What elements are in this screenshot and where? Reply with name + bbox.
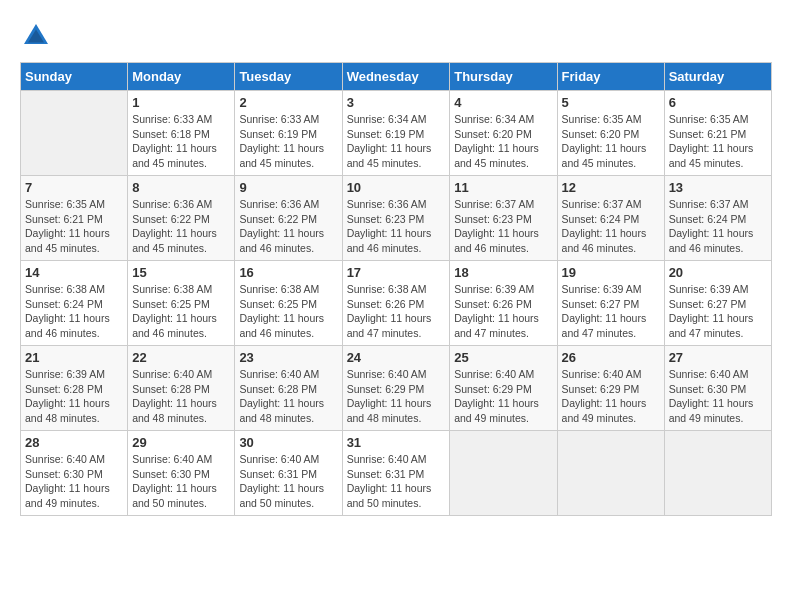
day-info: Sunrise: 6:38 AMSunset: 6:25 PMDaylight:…: [239, 282, 337, 341]
calendar-cell: 21Sunrise: 6:39 AMSunset: 6:28 PMDayligh…: [21, 346, 128, 431]
calendar-cell: 31Sunrise: 6:40 AMSunset: 6:31 PMDayligh…: [342, 431, 450, 516]
calendar-cell: 27Sunrise: 6:40 AMSunset: 6:30 PMDayligh…: [664, 346, 771, 431]
calendar-cell: 5Sunrise: 6:35 AMSunset: 6:20 PMDaylight…: [557, 91, 664, 176]
day-number: 2: [239, 95, 337, 110]
calendar-cell: 2Sunrise: 6:33 AMSunset: 6:19 PMDaylight…: [235, 91, 342, 176]
weekday-header: Sunday: [21, 63, 128, 91]
calendar-cell: 19Sunrise: 6:39 AMSunset: 6:27 PMDayligh…: [557, 261, 664, 346]
calendar-cell: [664, 431, 771, 516]
calendar-week-row: 28Sunrise: 6:40 AMSunset: 6:30 PMDayligh…: [21, 431, 772, 516]
day-number: 21: [25, 350, 123, 365]
day-number: 31: [347, 435, 446, 450]
day-info: Sunrise: 6:40 AMSunset: 6:30 PMDaylight:…: [25, 452, 123, 511]
day-info: Sunrise: 6:35 AMSunset: 6:21 PMDaylight:…: [669, 112, 767, 171]
day-number: 10: [347, 180, 446, 195]
day-number: 4: [454, 95, 552, 110]
day-number: 20: [669, 265, 767, 280]
day-number: 11: [454, 180, 552, 195]
day-number: 19: [562, 265, 660, 280]
day-info: Sunrise: 6:37 AMSunset: 6:23 PMDaylight:…: [454, 197, 552, 256]
day-number: 3: [347, 95, 446, 110]
day-info: Sunrise: 6:39 AMSunset: 6:28 PMDaylight:…: [25, 367, 123, 426]
day-info: Sunrise: 6:40 AMSunset: 6:31 PMDaylight:…: [347, 452, 446, 511]
calendar-cell: 29Sunrise: 6:40 AMSunset: 6:30 PMDayligh…: [128, 431, 235, 516]
calendar-cell: 18Sunrise: 6:39 AMSunset: 6:26 PMDayligh…: [450, 261, 557, 346]
day-info: Sunrise: 6:33 AMSunset: 6:18 PMDaylight:…: [132, 112, 230, 171]
logo-icon: [20, 20, 52, 52]
calendar-cell: 13Sunrise: 6:37 AMSunset: 6:24 PMDayligh…: [664, 176, 771, 261]
day-info: Sunrise: 6:35 AMSunset: 6:21 PMDaylight:…: [25, 197, 123, 256]
day-number: 26: [562, 350, 660, 365]
calendar-cell: 15Sunrise: 6:38 AMSunset: 6:25 PMDayligh…: [128, 261, 235, 346]
day-number: 25: [454, 350, 552, 365]
calendar-cell: 8Sunrise: 6:36 AMSunset: 6:22 PMDaylight…: [128, 176, 235, 261]
calendar-cell: 1Sunrise: 6:33 AMSunset: 6:18 PMDaylight…: [128, 91, 235, 176]
day-number: 16: [239, 265, 337, 280]
day-number: 30: [239, 435, 337, 450]
weekday-header: Wednesday: [342, 63, 450, 91]
weekday-header: Monday: [128, 63, 235, 91]
day-info: Sunrise: 6:33 AMSunset: 6:19 PMDaylight:…: [239, 112, 337, 171]
calendar-table: SundayMondayTuesdayWednesdayThursdayFrid…: [20, 62, 772, 516]
day-number: 24: [347, 350, 446, 365]
calendar-cell: 14Sunrise: 6:38 AMSunset: 6:24 PMDayligh…: [21, 261, 128, 346]
day-info: Sunrise: 6:38 AMSunset: 6:26 PMDaylight:…: [347, 282, 446, 341]
day-number: 8: [132, 180, 230, 195]
day-number: 9: [239, 180, 337, 195]
day-number: 6: [669, 95, 767, 110]
day-info: Sunrise: 6:40 AMSunset: 6:29 PMDaylight:…: [454, 367, 552, 426]
calendar-cell: 24Sunrise: 6:40 AMSunset: 6:29 PMDayligh…: [342, 346, 450, 431]
calendar-cell: 12Sunrise: 6:37 AMSunset: 6:24 PMDayligh…: [557, 176, 664, 261]
day-info: Sunrise: 6:34 AMSunset: 6:20 PMDaylight:…: [454, 112, 552, 171]
calendar-cell: 11Sunrise: 6:37 AMSunset: 6:23 PMDayligh…: [450, 176, 557, 261]
day-number: 29: [132, 435, 230, 450]
calendar-cell: 3Sunrise: 6:34 AMSunset: 6:19 PMDaylight…: [342, 91, 450, 176]
header-row: SundayMondayTuesdayWednesdayThursdayFrid…: [21, 63, 772, 91]
day-number: 27: [669, 350, 767, 365]
day-number: 7: [25, 180, 123, 195]
day-info: Sunrise: 6:34 AMSunset: 6:19 PMDaylight:…: [347, 112, 446, 171]
day-number: 13: [669, 180, 767, 195]
calendar-cell: [21, 91, 128, 176]
day-info: Sunrise: 6:40 AMSunset: 6:31 PMDaylight:…: [239, 452, 337, 511]
day-info: Sunrise: 6:40 AMSunset: 6:30 PMDaylight:…: [132, 452, 230, 511]
day-number: 15: [132, 265, 230, 280]
day-number: 1: [132, 95, 230, 110]
calendar-cell: 4Sunrise: 6:34 AMSunset: 6:20 PMDaylight…: [450, 91, 557, 176]
calendar-cell: 6Sunrise: 6:35 AMSunset: 6:21 PMDaylight…: [664, 91, 771, 176]
weekday-header: Friday: [557, 63, 664, 91]
day-number: 22: [132, 350, 230, 365]
weekday-header: Thursday: [450, 63, 557, 91]
calendar-cell: 28Sunrise: 6:40 AMSunset: 6:30 PMDayligh…: [21, 431, 128, 516]
day-info: Sunrise: 6:39 AMSunset: 6:26 PMDaylight:…: [454, 282, 552, 341]
day-number: 12: [562, 180, 660, 195]
day-number: 14: [25, 265, 123, 280]
calendar-week-row: 21Sunrise: 6:39 AMSunset: 6:28 PMDayligh…: [21, 346, 772, 431]
day-info: Sunrise: 6:40 AMSunset: 6:28 PMDaylight:…: [132, 367, 230, 426]
day-number: 28: [25, 435, 123, 450]
calendar-week-row: 7Sunrise: 6:35 AMSunset: 6:21 PMDaylight…: [21, 176, 772, 261]
calendar-cell: 26Sunrise: 6:40 AMSunset: 6:29 PMDayligh…: [557, 346, 664, 431]
calendar-cell: 17Sunrise: 6:38 AMSunset: 6:26 PMDayligh…: [342, 261, 450, 346]
day-info: Sunrise: 6:36 AMSunset: 6:23 PMDaylight:…: [347, 197, 446, 256]
calendar-week-row: 1Sunrise: 6:33 AMSunset: 6:18 PMDaylight…: [21, 91, 772, 176]
logo: [20, 20, 56, 52]
day-info: Sunrise: 6:36 AMSunset: 6:22 PMDaylight:…: [132, 197, 230, 256]
day-info: Sunrise: 6:40 AMSunset: 6:29 PMDaylight:…: [562, 367, 660, 426]
day-number: 17: [347, 265, 446, 280]
day-number: 23: [239, 350, 337, 365]
day-info: Sunrise: 6:40 AMSunset: 6:30 PMDaylight:…: [669, 367, 767, 426]
calendar-week-row: 14Sunrise: 6:38 AMSunset: 6:24 PMDayligh…: [21, 261, 772, 346]
calendar-cell: 30Sunrise: 6:40 AMSunset: 6:31 PMDayligh…: [235, 431, 342, 516]
day-number: 5: [562, 95, 660, 110]
day-info: Sunrise: 6:38 AMSunset: 6:25 PMDaylight:…: [132, 282, 230, 341]
calendar-cell: 25Sunrise: 6:40 AMSunset: 6:29 PMDayligh…: [450, 346, 557, 431]
weekday-header: Tuesday: [235, 63, 342, 91]
day-info: Sunrise: 6:38 AMSunset: 6:24 PMDaylight:…: [25, 282, 123, 341]
calendar-cell: 16Sunrise: 6:38 AMSunset: 6:25 PMDayligh…: [235, 261, 342, 346]
calendar-cell: 10Sunrise: 6:36 AMSunset: 6:23 PMDayligh…: [342, 176, 450, 261]
calendar-cell: 7Sunrise: 6:35 AMSunset: 6:21 PMDaylight…: [21, 176, 128, 261]
calendar-cell: [557, 431, 664, 516]
day-info: Sunrise: 6:40 AMSunset: 6:29 PMDaylight:…: [347, 367, 446, 426]
day-info: Sunrise: 6:37 AMSunset: 6:24 PMDaylight:…: [669, 197, 767, 256]
